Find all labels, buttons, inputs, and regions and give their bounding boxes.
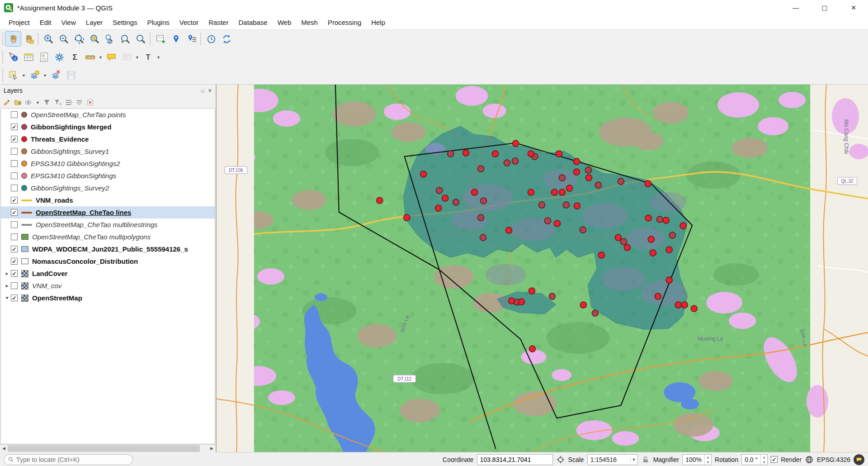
expand-arrow-icon[interactable]: ▸ xyxy=(3,283,11,289)
zoom-last-button[interactable] xyxy=(118,32,133,46)
expand-arrow-icon[interactable]: ▾ xyxy=(3,295,11,301)
layer-row[interactable]: ✓GibbonSightings Merged xyxy=(1,121,215,133)
layer-visibility-checkbox[interactable] xyxy=(11,160,18,167)
layer-row[interactable]: ✓VNM_roads xyxy=(1,194,215,206)
lock-scale-icon[interactable] xyxy=(641,455,650,464)
temporal-controller-button[interactable] xyxy=(203,32,219,46)
show-bookmarks-button[interactable] xyxy=(184,32,199,46)
map-tips-button[interactable] xyxy=(104,50,119,64)
scroll-thumb[interactable] xyxy=(8,445,200,452)
chevron-down-icon[interactable]: ▾ xyxy=(630,457,637,462)
layer-visibility-checkbox[interactable] xyxy=(11,282,18,289)
crs-globe-icon[interactable] xyxy=(805,455,814,464)
toolbar-handle[interactable] xyxy=(2,51,3,63)
layer-visibility-checkbox[interactable]: ✓ xyxy=(11,270,18,277)
menu-database[interactable]: Database xyxy=(233,17,272,28)
zoom-out-button[interactable] xyxy=(56,32,71,46)
manage-themes-icon[interactable] xyxy=(24,98,33,107)
spin-up-icon[interactable]: ▲ xyxy=(761,455,767,460)
layout-manager-button[interactable] xyxy=(36,50,52,64)
filter-expression-icon[interactable]: ε xyxy=(53,98,62,107)
manage-themes-dropdown[interactable]: ▾ xyxy=(35,100,41,105)
zoom-in-button[interactable] xyxy=(41,32,56,46)
layer-visibility-checkbox[interactable] xyxy=(11,172,18,179)
menu-project[interactable]: Project xyxy=(4,17,35,28)
minimize-button[interactable]: — xyxy=(781,0,810,15)
layer-row[interactable]: EPSG3410 GibbonSightings xyxy=(1,170,215,182)
maximize-button[interactable]: ▢ xyxy=(810,0,839,15)
select-by-value-dropdown[interactable]: ▾ xyxy=(42,73,48,78)
messages-icon[interactable] xyxy=(854,454,864,465)
magnifier-spinbox[interactable]: 100% ▲▼ xyxy=(682,454,712,465)
text-annotation-button[interactable]: T xyxy=(140,50,156,64)
statistical-summary-button[interactable]: Σ xyxy=(67,50,82,64)
toolbar-handle[interactable] xyxy=(38,33,38,45)
annotation-button[interactable] xyxy=(119,50,134,64)
menu-processing[interactable]: Processing xyxy=(323,17,366,28)
pan-to-selection-button[interactable] xyxy=(21,32,36,46)
menu-web[interactable]: Web xyxy=(273,17,297,28)
layer-row[interactable]: GibbonSightings_Survey2 xyxy=(1,182,215,194)
map-canvas[interactable]: Mù Cang ChảiSơn LaSơn LaMường La DT.106Q… xyxy=(216,85,868,452)
layer-row[interactable]: ✓WDPA_WDOECM_Jun2021_Public_555594126_s xyxy=(1,243,215,255)
coordinate-extent-icon[interactable] xyxy=(556,455,565,464)
layer-visibility-checkbox[interactable]: ✓ xyxy=(11,246,18,252)
layer-row[interactable]: GibbonSightings_Survey1 xyxy=(1,145,215,157)
layer-row[interactable]: OpenStreetMap_CheTao multilinestrings xyxy=(1,219,215,231)
text-annotation-dropdown[interactable]: ▾ xyxy=(156,55,161,60)
layer-row[interactable]: ▸VNM_cov xyxy=(1,280,215,292)
zoom-to-selection-button[interactable] xyxy=(87,32,102,46)
layer-visibility-checkbox[interactable] xyxy=(11,148,18,155)
locate-input[interactable] xyxy=(16,456,128,463)
panel-close-icon[interactable]: ✕ xyxy=(208,88,212,94)
menu-vector[interactable]: Vector xyxy=(175,17,204,28)
layer-visibility-checkbox[interactable] xyxy=(11,221,18,228)
zoom-next-button[interactable] xyxy=(133,32,148,46)
layer-row[interactable]: EPSG3410 GibbonSightings2 xyxy=(1,157,215,170)
toolbar-handle[interactable] xyxy=(2,69,3,81)
panel-float-icon[interactable]: □ xyxy=(201,88,204,94)
refresh-map-button[interactable] xyxy=(219,32,234,46)
filter-legend-icon[interactable] xyxy=(42,98,52,107)
zoom-full-extent-button[interactable] xyxy=(71,32,87,46)
layer-styling-icon[interactable] xyxy=(2,98,12,107)
menu-raster[interactable]: Raster xyxy=(203,17,233,28)
layer-visibility-checkbox[interactable]: ✓ xyxy=(11,197,18,204)
menu-settings[interactable]: Settings xyxy=(108,17,142,28)
layers-panel-hscrollbar[interactable]: ◀ ▶ xyxy=(0,444,216,452)
deselect-features-button[interactable]: ✕ xyxy=(48,68,63,82)
measure-line-button[interactable] xyxy=(82,50,98,64)
scroll-right-icon[interactable]: ▶ xyxy=(208,445,216,452)
identify-features-button[interactable]: i xyxy=(5,50,21,64)
layer-row[interactable]: ✓OpenStreetMap_CheTao lines xyxy=(1,206,215,219)
layer-visibility-checkbox[interactable] xyxy=(11,233,18,240)
layer-row[interactable]: ✓Threats_Evidence xyxy=(1,133,215,145)
layer-row[interactable]: ✓NomascusConcolor_Distribution xyxy=(1,255,215,267)
layer-visibility-checkbox[interactable]: ✓ xyxy=(11,258,18,265)
select-by-value-button[interactable] xyxy=(27,68,42,82)
open-attribute-table-button[interactable] xyxy=(21,50,36,64)
spin-down-icon[interactable]: ▼ xyxy=(761,460,767,465)
layer-visibility-checkbox[interactable]: ✓ xyxy=(11,209,18,216)
collapse-all-icon[interactable] xyxy=(75,98,84,107)
layer-row[interactable]: ▸✓LandCover xyxy=(1,267,215,280)
spin-down-icon[interactable]: ▼ xyxy=(705,460,711,465)
layer-row[interactable]: ▾✓OpenStreetMap xyxy=(1,292,215,304)
select-features-dropdown[interactable]: ▾ xyxy=(21,73,27,78)
zoom-to-layer-button[interactable] xyxy=(102,32,118,46)
layer-row[interactable]: OpenStreetMap_CheTao points xyxy=(1,109,215,121)
add-group-icon[interactable] xyxy=(13,98,23,107)
toolbar-handle[interactable] xyxy=(200,33,201,45)
menu-view[interactable]: View xyxy=(57,17,81,28)
processing-toolbox-button[interactable] xyxy=(52,50,67,64)
close-button[interactable]: ✕ xyxy=(839,0,868,15)
menu-mesh[interactable]: Mesh xyxy=(296,17,323,28)
measure-dropdown[interactable]: ▾ xyxy=(98,55,104,60)
menu-plugins[interactable]: Plugins xyxy=(142,17,175,28)
render-checkbox[interactable]: ✓ xyxy=(771,456,778,463)
pan-map-button[interactable] xyxy=(5,32,21,46)
save-layer-edits-button[interactable] xyxy=(63,68,79,82)
layer-visibility-checkbox[interactable] xyxy=(11,185,18,191)
layer-visibility-checkbox[interactable] xyxy=(11,111,18,118)
menu-help[interactable]: Help xyxy=(366,17,390,28)
